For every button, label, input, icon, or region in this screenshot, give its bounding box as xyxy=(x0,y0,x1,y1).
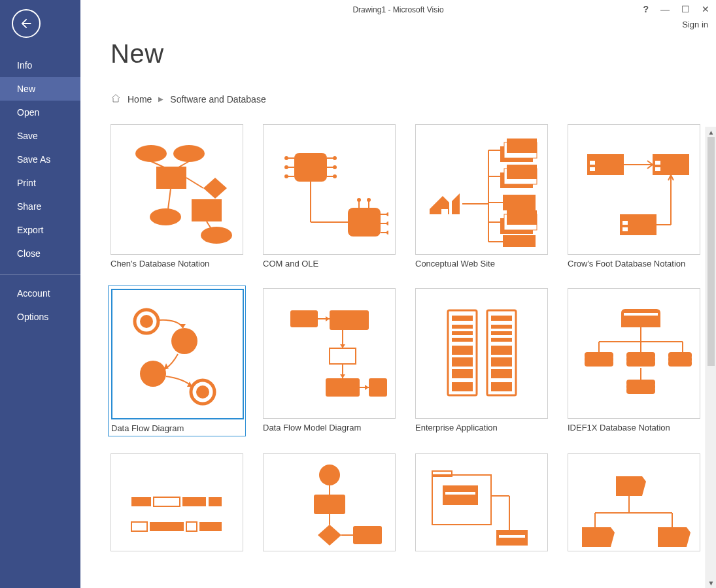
thumbnail-icon xyxy=(575,295,693,412)
sidebar-item-open[interactable]: Open xyxy=(0,101,80,124)
svg-rect-43 xyxy=(507,139,537,153)
svg-rect-65 xyxy=(622,227,628,231)
svg-marker-89 xyxy=(365,385,369,390)
svg-rect-46 xyxy=(507,165,537,179)
template-label: Conceptual Web Site xyxy=(415,259,548,269)
app-root: Info New Open Save Save As Print Share E… xyxy=(0,0,716,588)
sidebar-item-info[interactable]: Info xyxy=(0,54,80,77)
template-crows-foot-database-notation[interactable]: Crow's Foot Database Notation xyxy=(568,124,700,269)
svg-rect-84 xyxy=(330,348,356,364)
svg-rect-146 xyxy=(445,492,475,495)
svg-rect-128 xyxy=(131,497,151,506)
svg-point-33 xyxy=(386,212,388,216)
sidebar-item-print[interactable]: Print xyxy=(0,171,80,195)
breadcrumb-current[interactable]: Software and Database xyxy=(170,94,265,105)
svg-rect-129 xyxy=(154,497,180,506)
template-thumbnail xyxy=(111,289,244,419)
close-button[interactable]: ✕ xyxy=(702,4,709,14)
svg-rect-103 xyxy=(491,331,512,335)
template-thumbnail xyxy=(111,453,243,551)
svg-rect-97 xyxy=(452,357,473,367)
svg-rect-12 xyxy=(294,153,327,182)
svg-point-20 xyxy=(333,156,337,160)
template-conceptual-web-site[interactable]: Conceptual Web Site xyxy=(415,124,548,269)
template-idef1x-database-notation[interactable]: IDEF1X Database Notation xyxy=(568,288,700,434)
svg-point-6 xyxy=(201,227,232,244)
sidebar-item-save[interactable]: Save xyxy=(0,124,80,148)
svg-line-8 xyxy=(179,161,189,167)
sidebar-item-share[interactable]: Share xyxy=(0,195,80,218)
svg-point-74 xyxy=(196,385,209,399)
home-icon[interactable] xyxy=(111,93,121,105)
svg-rect-79 xyxy=(330,310,369,330)
svg-rect-134 xyxy=(186,522,197,531)
svg-line-10 xyxy=(168,189,171,209)
breadcrumb: Home ▶ Software and Database xyxy=(111,93,716,105)
thumbnail-icon xyxy=(423,131,541,248)
back-arrow-icon xyxy=(19,16,33,31)
svg-rect-94 xyxy=(452,331,473,335)
svg-point-31 xyxy=(367,198,371,202)
scroll-thumb[interactable] xyxy=(707,137,715,366)
svg-marker-86 xyxy=(340,374,345,378)
svg-point-29 xyxy=(357,198,361,202)
template-enterprise-application[interactable]: Enterprise Application xyxy=(415,288,548,434)
svg-rect-78 xyxy=(290,310,318,327)
minimize-button[interactable]: — xyxy=(660,4,670,14)
svg-point-71 xyxy=(171,328,197,354)
back-button[interactable] xyxy=(12,9,41,38)
vertical-scrollbar[interactable]: ▲ ▼ xyxy=(706,127,716,588)
svg-rect-109 xyxy=(624,313,658,316)
template-data-flow-model-diagram[interactable]: Data Flow Model Diagram xyxy=(263,288,396,434)
template-thumbnail xyxy=(111,124,243,255)
svg-rect-27 xyxy=(348,208,381,237)
svg-rect-47 xyxy=(503,195,536,210)
svg-rect-64 xyxy=(622,221,628,225)
thumbnail-icon xyxy=(575,131,693,248)
sidebar-item-export[interactable]: Export xyxy=(0,218,80,242)
thumbnail-icon xyxy=(423,295,541,412)
svg-point-18 xyxy=(284,174,288,178)
template-chens-database-notation[interactable]: Chen's Database Notation xyxy=(111,124,243,269)
svg-rect-104 xyxy=(491,338,512,342)
sidebar-item-new[interactable]: New xyxy=(0,77,80,101)
maximize-button[interactable]: ☐ xyxy=(681,4,690,14)
svg-point-14 xyxy=(284,156,288,160)
template-thumbnail xyxy=(568,288,700,419)
svg-point-35 xyxy=(386,221,388,225)
scroll-up-icon[interactable]: ▲ xyxy=(706,127,716,137)
template-row3-c[interactable] xyxy=(415,453,548,551)
sidebar-item-account[interactable]: Account xyxy=(0,282,80,305)
svg-marker-3 xyxy=(203,178,227,199)
svg-rect-127 xyxy=(626,380,655,386)
backstage-sidebar: Info New Open Save Save As Print Share E… xyxy=(0,0,80,588)
svg-marker-140 xyxy=(318,525,341,546)
svg-rect-102 xyxy=(491,325,512,329)
breadcrumb-home[interactable]: Home xyxy=(128,94,152,105)
template-row3-b[interactable] xyxy=(263,453,396,551)
help-icon[interactable]: ? xyxy=(643,4,649,14)
template-thumbnail xyxy=(568,453,700,551)
svg-rect-92 xyxy=(452,316,473,321)
template-label: Data Flow Model Diagram xyxy=(263,423,396,433)
template-row3-d[interactable] xyxy=(568,453,700,551)
scroll-down-icon[interactable]: ▼ xyxy=(706,578,716,588)
svg-point-22 xyxy=(333,165,337,169)
sidebar-item-save-as[interactable]: Save As xyxy=(0,148,80,171)
svg-rect-5 xyxy=(192,199,222,221)
sidebar-item-options[interactable]: Options xyxy=(0,305,80,329)
sidebar-item-close[interactable]: Close xyxy=(0,242,80,265)
svg-rect-2 xyxy=(156,167,186,189)
template-row3-a[interactable] xyxy=(111,453,243,551)
svg-marker-81 xyxy=(326,316,330,321)
svg-rect-58 xyxy=(590,161,595,165)
template-com-and-ole[interactable]: COM and OLE xyxy=(263,124,396,269)
svg-rect-38 xyxy=(441,209,448,214)
svg-line-9 xyxy=(186,178,203,188)
svg-rect-87 xyxy=(326,378,360,397)
template-thumbnail xyxy=(415,453,548,551)
template-data-flow-diagram[interactable]: Data Flow Diagram xyxy=(108,286,246,436)
svg-rect-123 xyxy=(668,352,692,359)
template-thumbnail xyxy=(263,288,396,419)
svg-marker-77 xyxy=(187,382,192,387)
